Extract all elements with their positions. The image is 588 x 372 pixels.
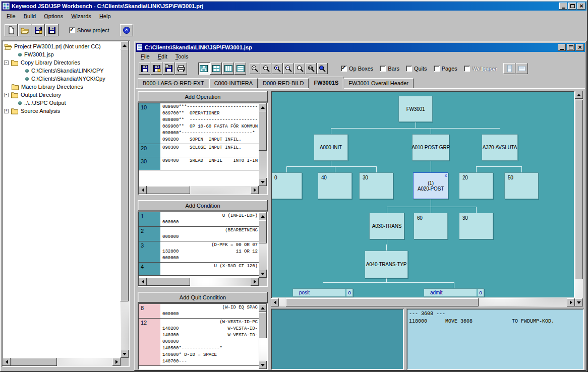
scroll-track[interactable] <box>11 358 112 366</box>
diagram-box-40[interactable]: 40 <box>318 172 352 199</box>
show-project-checkbox-box[interactable] <box>69 27 75 33</box>
scroll-track[interactable] <box>259 111 267 178</box>
structure-diagram[interactable]: FW3001A000-INITA010-POST-GRPA370-AVSLUTA… <box>271 91 575 298</box>
add-quit-condition-button[interactable]: Add Quit Condition <box>138 292 268 303</box>
add-condition-button[interactable]: Add Condition <box>138 200 268 211</box>
magnify-plus-button[interactable] <box>272 63 282 74</box>
box-selection-marker[interactable]: x <box>445 173 447 178</box>
zoom-out-button[interactable] <box>261 63 271 74</box>
tree-item[interactable]: FW3001.jsp <box>3 50 120 58</box>
scroll-track[interactable] <box>279 298 567 306</box>
tree-expander-icon[interactable]: + <box>4 109 9 113</box>
diagram-box-a020-post[interactable]: (1)A020-POSTx <box>413 172 448 199</box>
zoom-in-button[interactable] <box>250 63 260 74</box>
scroll-arrow-left-icon[interactable] <box>3 358 11 366</box>
scroll-thumb[interactable] <box>147 186 190 194</box>
menu-wizards[interactable]: Wizards <box>67 12 95 21</box>
check-pages-box[interactable] <box>434 66 440 72</box>
scroll-arrow-left-icon[interactable] <box>139 186 147 194</box>
scroll-thumb[interactable] <box>121 49 129 301</box>
tree-item[interactable]: -Copy Library Directories <box>3 58 120 67</box>
tree-item[interactable]: Project FW3001.prj (Not under CC) <box>3 42 120 50</box>
vertical-scrollbar[interactable] <box>259 103 267 186</box>
scroll-track[interactable] <box>575 99 583 298</box>
maximize-button[interactable] <box>568 3 576 10</box>
diagram-box-0[interactable]: 0 <box>272 172 302 199</box>
scroll-arrow-up-icon[interactable] <box>575 91 583 99</box>
diagram-box-a000-init[interactable]: A000-INIT <box>314 134 348 161</box>
tree-expander-icon[interactable]: - <box>4 60 9 65</box>
magnify-page-button[interactable] <box>306 63 316 74</box>
scroll-arrow-left-icon[interactable] <box>139 278 147 286</box>
tab-c000-initiera[interactable]: C000-INITIERA <box>209 78 258 88</box>
check-quits[interactable]: Quits <box>406 66 427 72</box>
menu-build[interactable]: Build <box>20 12 40 21</box>
add-operation-button[interactable]: Add Operation <box>138 91 268 102</box>
check-wallpaper-box[interactable] <box>464 66 470 72</box>
minimize-button[interactable] <box>559 3 567 10</box>
scroll-thumb[interactable] <box>259 312 267 338</box>
close-button[interactable] <box>577 3 585 10</box>
operation-row[interactable]: 30090400 SREAD INFIL INTO I-INF <box>139 157 259 170</box>
menu-edit[interactable]: Edit <box>154 52 171 61</box>
scroll-track[interactable] <box>121 49 129 350</box>
menu-options[interactable]: Options <box>40 12 67 21</box>
scroll-thumb[interactable] <box>259 220 267 243</box>
scroll-arrow-up-icon[interactable] <box>259 304 267 312</box>
print-button[interactable] <box>175 63 187 75</box>
tab-fw3001s[interactable]: FW3001S <box>309 77 343 89</box>
vertical-scrollbar[interactable] <box>259 212 267 278</box>
menu-file[interactable]: File <box>137 52 154 61</box>
vertical-scrollbar[interactable] <box>575 91 583 306</box>
scroll-track[interactable] <box>259 312 267 361</box>
scroll-arrow-down-icon[interactable] <box>121 350 129 358</box>
horizontal-scrollbar[interactable] <box>3 358 121 366</box>
scroll-arrow-down-icon[interactable] <box>259 270 267 278</box>
scroll-arrow-right-icon[interactable] <box>251 186 259 194</box>
condition-row[interactable]: 1U (INFIL-EOF)000000 <box>139 212 259 227</box>
tab-d000-red-bild[interactable]: D000-RED-BILD <box>258 78 309 88</box>
save-file-button[interactable] <box>139 63 150 75</box>
scroll-arrow-down-icon[interactable] <box>575 298 583 306</box>
page-normal-button[interactable] <box>503 63 515 74</box>
tree-item[interactable]: ..\..\JSPC Output <box>3 99 120 107</box>
diagram-box-a030-trans[interactable]: A030-TRANS <box>369 213 404 239</box>
diagram-box-a010-post-grp[interactable]: A010-POST-GRP <box>412 134 449 161</box>
menu-tools[interactable]: Tools <box>171 52 193 61</box>
scroll-track[interactable] <box>147 186 251 194</box>
diagram-box-30[interactable]: 30 <box>459 213 493 239</box>
quit-condition-row[interactable]: 12(W-VESTA-ID-PC140200W-VESTA-ID-140300W… <box>139 319 259 366</box>
check-quits-box[interactable] <box>406 66 412 72</box>
check-wallpaper[interactable]: Wallpaper <box>464 66 497 72</box>
scroll-arrow-left-icon[interactable] <box>271 298 279 306</box>
check-bars-box[interactable] <box>380 66 386 72</box>
diagram-box-admit[interactable]: admito <box>424 288 484 297</box>
scroll-thumb[interactable] <box>259 111 267 151</box>
tree-expander-icon[interactable]: - <box>4 93 9 97</box>
diagram-box-60[interactable]: 60 <box>414 213 448 239</box>
magnify-minus-button[interactable] <box>283 63 294 74</box>
scroll-arrow-right-icon[interactable] <box>112 358 121 366</box>
horizontal-scrollbar[interactable] <box>139 186 259 194</box>
quit-condition-row[interactable]: 8(W-ID EQ SPAC000000 <box>139 304 259 319</box>
scroll-thumb[interactable] <box>286 298 479 306</box>
save-file-button[interactable] <box>45 24 58 36</box>
doc-maximize-button[interactable] <box>567 44 575 51</box>
scroll-arrow-up-icon[interactable] <box>121 41 129 49</box>
tree-item[interactable]: C:\Clients\Skandia\LINK\CPY <box>3 67 120 75</box>
check-pages[interactable]: Pages <box>434 66 457 72</box>
check-op-boxes[interactable]: Op Boxes <box>341 66 373 72</box>
condition-row[interactable]: 2(BEARBETNING000000 <box>139 227 259 241</box>
check-op-boxes-box[interactable] <box>341 66 347 72</box>
tree-item[interactable]: C:\Clients\Skandia\NYCK\Cpy <box>3 75 120 83</box>
scroll-thumb[interactable] <box>147 278 190 286</box>
doc-close-button[interactable] <box>576 44 584 51</box>
scroll-track[interactable] <box>259 220 267 270</box>
diagram-box-20[interactable]: 20 <box>459 172 493 199</box>
view-columns-button[interactable] <box>222 63 234 75</box>
tree-item[interactable]: -Output Directory <box>3 91 120 99</box>
tree-item[interactable]: +Source Analysis <box>3 107 120 115</box>
horizontal-scrollbar[interactable] <box>139 278 259 286</box>
operation-row[interactable]: 20090300 SCLOSE INPUT INFIL. <box>139 144 259 157</box>
operation-row[interactable]: 10089600***-----------------------------… <box>139 103 259 144</box>
